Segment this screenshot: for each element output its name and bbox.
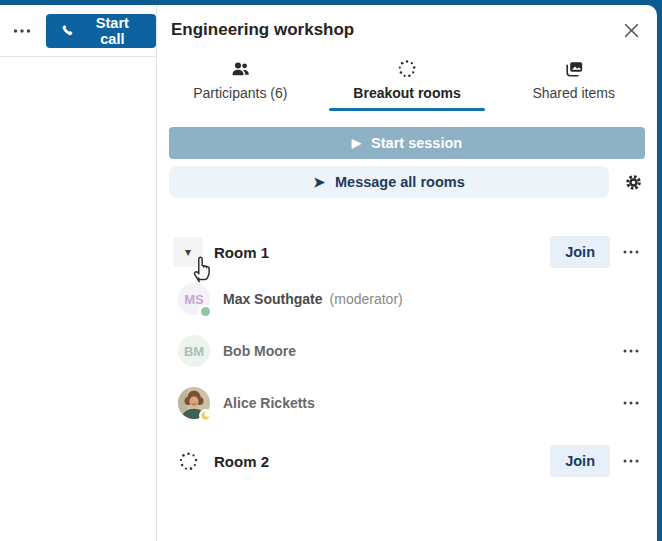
dotted-circle-icon: [173, 446, 203, 476]
ellipsis-icon: [623, 400, 639, 406]
room-1-more-options-button[interactable]: [623, 249, 639, 255]
shared-image-icon: [564, 59, 584, 79]
tab-breakout-rooms-label: Breakout rooms: [353, 85, 460, 101]
message-all-rooms-button[interactable]: ➤ Message all rooms: [169, 166, 609, 198]
start-call-button[interactable]: Start call: [46, 14, 156, 48]
rail-more-options-button[interactable]: [9, 18, 34, 44]
play-icon: ▶: [352, 136, 361, 150]
breakout-settings-button[interactable]: [624, 173, 643, 192]
gear-icon: [624, 173, 643, 192]
people-icon: [230, 59, 251, 79]
ellipsis-icon: [623, 458, 639, 464]
start-session-button[interactable]: ▶ Start session: [169, 127, 645, 159]
breakout-rooms-panel: Engineering workshop Participants (6): [157, 5, 657, 541]
room-row-1: ▾ Room 1 Join: [169, 236, 645, 268]
panel-tabs: Participants (6) Breakout rooms: [157, 55, 657, 111]
tab-shared-items-label: Shared items: [532, 85, 614, 101]
room-1-participants: MS Max Southgate (moderator) BM Bob Moor…: [169, 273, 645, 429]
dotted-circle-icon: [397, 59, 417, 79]
avatar-max: MS: [178, 283, 210, 315]
chevron-down-icon: ▾: [185, 245, 191, 259]
panel-header: Engineering workshop: [157, 5, 657, 43]
send-icon: ➤: [313, 174, 325, 190]
message-all-rooms-label: Message all rooms: [335, 174, 465, 190]
ellipsis-icon: [623, 249, 639, 255]
room-2-name: Room 2: [214, 453, 550, 470]
room-1-collapse-button[interactable]: ▾: [173, 237, 203, 267]
participant-row-alice[interactable]: Alice Ricketts: [169, 377, 645, 429]
tab-shared-items[interactable]: Shared items: [490, 55, 657, 111]
tab-participants-label: Participants (6): [193, 85, 287, 101]
room-row-2: Room 2 Join: [169, 445, 645, 477]
participant-row-max[interactable]: MS Max Southgate (moderator): [169, 273, 645, 325]
message-row: ➤ Message all rooms: [169, 166, 645, 198]
participant-name: Alice Ricketts: [223, 395, 315, 411]
left-rail: Start call: [0, 5, 157, 541]
room-2-join-button[interactable]: Join: [550, 445, 610, 477]
tab-participants[interactable]: Participants (6): [157, 55, 324, 111]
start-session-label: Start session: [371, 135, 462, 151]
call-controls-bar: Start call: [0, 5, 156, 57]
page-title: Engineering workshop: [171, 20, 622, 40]
participant-row-bob[interactable]: BM Bob Moore: [169, 325, 645, 377]
moderator-suffix: (moderator): [330, 291, 403, 307]
breakout-rooms-content: ▶ Start session ➤ Message all rooms: [157, 111, 657, 541]
presence-away-icon: [199, 409, 212, 422]
phone-icon: [60, 23, 75, 38]
avatar-initials: BM: [178, 335, 210, 367]
participant-alice-more-options-button[interactable]: [623, 400, 639, 406]
start-call-label: Start call: [83, 15, 142, 47]
tab-breakout-rooms[interactable]: Breakout rooms: [324, 55, 491, 111]
participant-bob-more-options-button[interactable]: [623, 348, 639, 354]
participant-name: Bob Moore: [223, 343, 296, 359]
avatar-alice: [178, 387, 210, 419]
ellipsis-icon: [13, 28, 31, 34]
ellipsis-icon: [623, 348, 639, 354]
participant-name: Max Southgate: [223, 291, 323, 307]
meeting-window: Start call Engineering workshop: [0, 5, 657, 541]
presence-available-icon: [199, 305, 212, 318]
avatar-bob: BM: [178, 335, 210, 367]
room-2-more-options-button[interactable]: [623, 458, 639, 464]
close-icon: [624, 23, 639, 38]
close-panel-button[interactable]: [622, 21, 641, 43]
room-1-name: Room 1: [214, 244, 550, 261]
room-1-join-button[interactable]: Join: [550, 236, 610, 268]
